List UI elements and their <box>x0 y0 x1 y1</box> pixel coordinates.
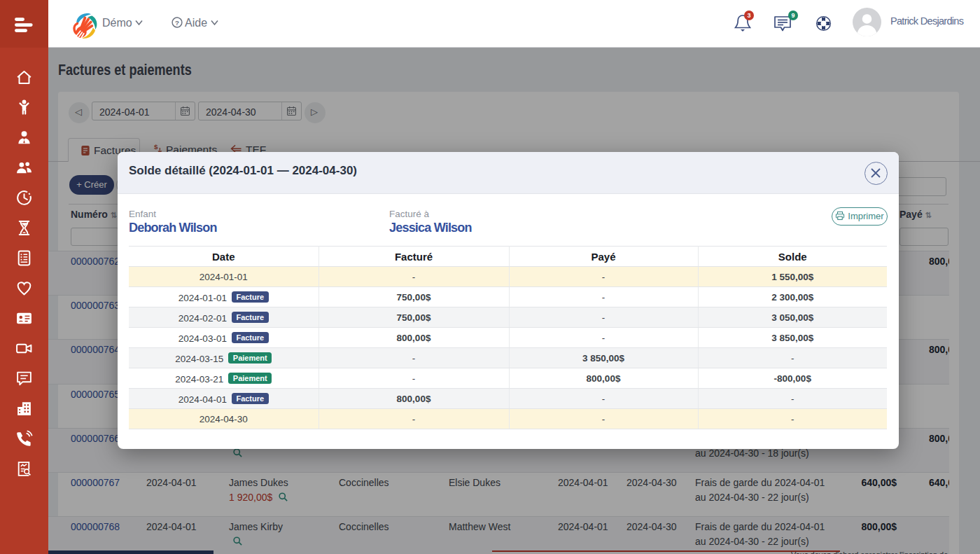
svg-text:?: ? <box>175 19 179 27</box>
